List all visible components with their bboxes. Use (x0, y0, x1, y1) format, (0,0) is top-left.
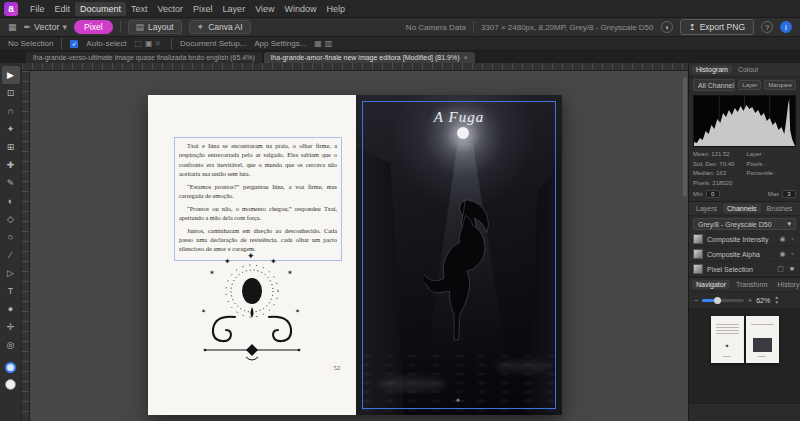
channel-row[interactable]: Composite Intensity ◉ ▫ (689, 232, 800, 247)
app-settings-button[interactable]: App Settings... (254, 39, 306, 48)
tool-button[interactable]: ∕ (2, 246, 20, 264)
close-icon[interactable]: × (464, 54, 468, 61)
vector-persona-selector[interactable]: ✒ Vector ▾ (24, 22, 68, 32)
panel-tab[interactable]: Channels (723, 204, 761, 213)
max-input[interactable]: 3 (782, 190, 796, 198)
tool-button[interactable]: ◐ (2, 192, 20, 210)
tool-button[interactable]: ✦ (2, 120, 20, 138)
svg-text:✶: ✶ (287, 269, 293, 277)
tool-icon: ∕ (10, 250, 12, 260)
layout-button[interactable]: ▤ Layout (128, 20, 182, 34)
pixel-persona-button[interactable]: Pixel (74, 20, 112, 34)
tool-button[interactable]: ◎ (2, 336, 20, 354)
fog (377, 377, 447, 391)
panel-tab[interactable]: Transform (732, 280, 772, 289)
zoom-in-icon[interactable]: + (748, 297, 752, 304)
background-color-swatch[interactable] (5, 379, 16, 390)
tool-button[interactable]: T (2, 282, 20, 300)
document-setup-button[interactable]: Document Setup... (180, 39, 246, 48)
menu-item[interactable]: Pixel (188, 2, 218, 16)
channel-visibility-icons[interactable]: ◉ ▫ (779, 250, 796, 258)
right-panel-dock: HistogramColour All Channels ▾ Layer Mar… (688, 63, 800, 421)
auto-select-checkbox[interactable]: ✓ (70, 40, 78, 48)
foreground-color-swatch[interactable] (5, 362, 16, 373)
export-png-button[interactable]: ↥ Export PNG (680, 19, 754, 35)
menu-item[interactable]: View (250, 2, 279, 16)
channel-visibility-icons[interactable]: ◉ ▫ (779, 235, 796, 243)
tool-button[interactable]: ○ (2, 228, 20, 246)
text-frame[interactable]: Txai e Iúna se encontraram na praia, o o… (174, 137, 342, 261)
layout-label: Layout (148, 22, 174, 32)
panel-tab[interactable]: Brushes (763, 204, 797, 213)
tool-button[interactable]: ◇ (2, 210, 20, 228)
app-logo-icon[interactable]: a (4, 2, 18, 16)
panel-tab[interactable]: Histogram (692, 65, 732, 74)
canvas-area[interactable]: Txai e Iúna se encontraram na praia, o o… (30, 71, 688, 421)
canva-ai-button[interactable]: ✦ Canva AI (189, 20, 251, 34)
page-spread[interactable]: Txai e Iúna se encontraram na praia, o o… (148, 95, 562, 415)
channel-visibility-icons[interactable]: ▢ ■ (777, 265, 796, 273)
help-icon[interactable]: ? (761, 21, 773, 33)
stat-line: Percentile : (747, 169, 797, 179)
color-mode-dropdown[interactable]: Grey/8 - Greyscale D50 ▾ (693, 218, 796, 230)
tool-button[interactable]: ⊞ (2, 138, 20, 156)
footer-ornament: ∙❖∙ (356, 397, 562, 403)
tool-button[interactable]: ● (2, 300, 20, 318)
tool-button[interactable]: ▶ (2, 66, 20, 84)
tool-button[interactable]: ▷ (2, 264, 20, 282)
tool-icon: ✦ (7, 124, 15, 134)
sparkle-icon: ✦ (197, 22, 205, 32)
panel-tab[interactable]: Layers (692, 204, 721, 213)
menu-item[interactable]: Text (126, 2, 153, 16)
preview-toggle-icon[interactable]: ◑ (661, 21, 673, 33)
menu-item[interactable]: Edit (50, 2, 76, 16)
document-tab[interactable]: lha-grande-verso-ultimate image quase fi… (26, 52, 262, 63)
left-page[interactable]: Txai e Iúna se encontraram na praia, o o… (148, 95, 356, 415)
menu-item[interactable]: File (25, 2, 50, 16)
channels-panel: LayersChannelsBrushesStock Grey/8 - Grey… (689, 202, 800, 278)
horizontal-ruler[interactable] (22, 63, 688, 71)
selection-mode-icons[interactable]: ⬚▣⌗ (134, 39, 163, 49)
menu-item[interactable]: Vector (153, 2, 189, 16)
layer-scope-button[interactable]: Layer (738, 80, 761, 90)
page-number: 52 (334, 364, 341, 371)
panel-tab[interactable]: Colour (734, 65, 763, 74)
panel-tab[interactable]: Navigator (692, 280, 730, 289)
channel-row[interactable]: Pixel Selection ▢ ■ (689, 262, 800, 277)
stat-line: Pixels: 218020 (693, 179, 743, 189)
page-thumbnail[interactable] (746, 316, 779, 363)
document-tab-active[interactable]: lha-grande-amor-finale new image editora… (264, 52, 475, 63)
zoom-out-icon[interactable]: − (694, 297, 698, 304)
paragraph: Txai e Iúna se encontraram na praia, o o… (179, 141, 337, 179)
zoom-stepper-icons[interactable]: ▲▼ (774, 295, 779, 305)
tool-button[interactable]: ∩ (2, 102, 20, 120)
page-thumbnail[interactable]: ✦ (711, 316, 744, 363)
zoom-slider[interactable] (702, 299, 744, 302)
marquee-scope-button[interactable]: Marquee (764, 80, 796, 90)
tool-icon: ● (8, 304, 13, 314)
min-input[interactable]: 0 (706, 190, 720, 198)
channel-row[interactable]: Composite Alpha ◉ ▫ (689, 247, 800, 262)
tool-button[interactable]: ✚ (2, 156, 20, 174)
menu-item[interactable]: Help (322, 2, 351, 16)
grid-icon[interactable]: ▦ (8, 22, 17, 32)
svg-text:✦: ✦ (270, 257, 277, 266)
menu-item[interactable]: Document (75, 2, 126, 16)
tool-button[interactable]: ✛ (2, 318, 20, 336)
svg-text:✶: ✶ (295, 308, 300, 314)
channel-selector-dropdown[interactable]: All Channels ▾ (693, 79, 735, 91)
tool-icon: ○ (8, 232, 13, 242)
navigator-preview[interactable]: ✦ (689, 308, 800, 403)
menu-item[interactable]: Window (279, 2, 321, 16)
vertical-ruler[interactable] (22, 71, 30, 421)
snapping-icons[interactable]: ▦▥ (314, 39, 335, 48)
menu-item[interactable]: Layer (218, 2, 251, 16)
document-info: 3307 × 2480px, 8.20MP, Grey/8 - Greyscal… (481, 23, 654, 32)
info-icon[interactable]: i (780, 21, 792, 33)
zoom-value[interactable]: 62% (756, 297, 770, 304)
panel-tab[interactable]: History (774, 280, 800, 289)
tool-button[interactable]: ✎ (2, 174, 20, 192)
vertical-scrollbar[interactable] (683, 77, 687, 197)
tool-button[interactable]: ⊡ (2, 84, 20, 102)
right-page[interactable]: A Fuga ∙❖∙ (356, 95, 562, 415)
